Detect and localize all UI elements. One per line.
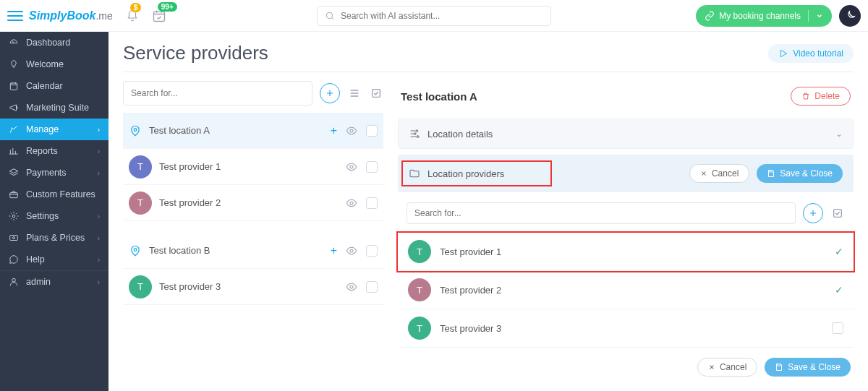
svg-point-15 bbox=[350, 249, 353, 252]
chevron-down-icon bbox=[816, 12, 823, 20]
provider-avatar: T bbox=[408, 317, 431, 340]
delete-label: Delete bbox=[814, 91, 840, 101]
logo-text: SimplyBook bbox=[29, 9, 95, 22]
visibility-toggle[interactable] bbox=[346, 245, 357, 257]
svg-rect-5 bbox=[10, 236, 18, 241]
sidebar-item-reports[interactable]: Reports› bbox=[0, 140, 109, 162]
menu-toggle[interactable] bbox=[7, 8, 23, 24]
visibility-toggle[interactable] bbox=[346, 125, 357, 137]
provider-avatar: T bbox=[408, 278, 431, 301]
provider-avatar: T bbox=[129, 275, 152, 298]
row-checkbox[interactable] bbox=[366, 125, 378, 137]
save-icon bbox=[767, 169, 775, 178]
sidebar-item-welcome[interactable]: Welcome bbox=[0, 53, 109, 75]
location-row[interactable]: Test location A+ bbox=[123, 113, 383, 149]
booking-channels-label: My booking channels bbox=[719, 11, 801, 21]
assign-provider-row[interactable]: TTest provider 1✓ bbox=[398, 233, 854, 271]
sidebar-item-manage[interactable]: Manage› bbox=[0, 119, 109, 140]
sidebar-item-label: Help bbox=[26, 254, 45, 265]
sidebar-item-payments[interactable]: Payments› bbox=[0, 162, 109, 184]
section-save-button[interactable]: Save & Close bbox=[757, 164, 843, 183]
sidebar-item-label: Marketing Suite bbox=[26, 103, 89, 113]
notifications-badge: $ bbox=[130, 3, 142, 12]
sidebar-item-calendar[interactable]: Calendar bbox=[0, 75, 109, 97]
row-checkbox[interactable] bbox=[366, 161, 378, 173]
section-cancel-button[interactable]: Cancel bbox=[689, 164, 749, 183]
assign-provider-row[interactable]: TTest provider 2✓ bbox=[398, 271, 854, 309]
row-checkbox[interactable] bbox=[366, 197, 378, 209]
sidebar-item-settings[interactable]: Settings› bbox=[0, 205, 109, 227]
provider-name: Test provider 1 bbox=[159, 161, 339, 172]
provider-row[interactable]: TTest provider 1 bbox=[123, 149, 383, 185]
link-icon bbox=[705, 11, 715, 21]
logo[interactable]: SimplyBook.me bbox=[29, 9, 113, 22]
sidebar-item-help[interactable]: Help› bbox=[0, 249, 109, 270]
location-details-section[interactable]: Location details ⌄ bbox=[398, 119, 854, 149]
save-label: Save & Close bbox=[788, 362, 841, 372]
close-icon bbox=[700, 170, 707, 177]
row-checkbox[interactable] bbox=[366, 245, 378, 257]
assign-provider-row[interactable]: TTest provider 3 bbox=[398, 309, 854, 348]
save-label: Save & Close bbox=[780, 168, 833, 179]
sidebar-item-label: Reports bbox=[26, 146, 58, 156]
location-pin-icon bbox=[129, 244, 142, 257]
svg-point-12 bbox=[350, 166, 353, 168]
calendar-icon bbox=[9, 81, 19, 91]
visibility-toggle[interactable] bbox=[346, 197, 357, 209]
footer-cancel-button[interactable]: Cancel bbox=[697, 358, 757, 377]
svg-point-7 bbox=[12, 278, 16, 282]
sidebar-item-label: Dashboard bbox=[26, 38, 70, 48]
marketing-icon bbox=[9, 103, 19, 113]
panel-search[interactable] bbox=[407, 202, 796, 224]
add-provider-button[interactable] bbox=[803, 203, 823, 223]
panel-search-input[interactable] bbox=[414, 208, 788, 218]
custom-icon bbox=[9, 189, 19, 199]
sidebar-item-label: admin bbox=[26, 277, 51, 287]
list-search-input[interactable] bbox=[131, 88, 305, 98]
provider-row[interactable]: TTest provider 3 bbox=[123, 269, 383, 305]
notifications-button[interactable]: $ bbox=[126, 9, 139, 22]
select-all-button[interactable] bbox=[369, 86, 383, 100]
bookings-button[interactable]: 99+ bbox=[152, 9, 166, 23]
panel-select-all-button[interactable] bbox=[830, 206, 845, 220]
sidebar-item-admin[interactable]: admin› bbox=[0, 270, 109, 293]
chevron-down-icon: ⌄ bbox=[835, 129, 843, 139]
delete-location-button[interactable]: Delete bbox=[791, 87, 851, 106]
provider-row[interactable]: TTest provider 2 bbox=[123, 185, 383, 221]
save-icon bbox=[775, 363, 783, 371]
search-icon bbox=[325, 11, 335, 21]
svg-point-14 bbox=[134, 248, 137, 251]
video-tutorial-button[interactable]: Video tutorial bbox=[768, 44, 854, 63]
add-location-button[interactable] bbox=[320, 83, 340, 103]
add-provider-icon[interactable]: + bbox=[331, 244, 337, 257]
unchecked-box[interactable] bbox=[832, 322, 843, 334]
checked-icon[interactable]: ✓ bbox=[835, 284, 843, 296]
eye-icon bbox=[346, 161, 357, 173]
sidebar-item-plans[interactable]: Plans & Prices› bbox=[0, 227, 109, 249]
sidebar-item-custom[interactable]: Custom Features bbox=[0, 184, 109, 205]
checked-icon[interactable]: ✓ bbox=[835, 246, 843, 257]
location-providers-label: Location providers bbox=[427, 168, 504, 179]
visibility-toggle[interactable] bbox=[346, 161, 357, 173]
sidebar-item-dashboard[interactable]: Dashboard bbox=[0, 32, 109, 53]
payments-icon bbox=[9, 168, 19, 178]
location-row[interactable]: Test location B+ bbox=[123, 233, 383, 269]
footer-save-button[interactable]: Save & Close bbox=[765, 358, 851, 377]
global-search-input[interactable] bbox=[341, 11, 543, 21]
list-search[interactable] bbox=[123, 81, 312, 106]
booking-channels-button[interactable]: My booking channels bbox=[696, 5, 832, 27]
video-tutorial-label: Video tutorial bbox=[793, 48, 843, 59]
global-search[interactable] bbox=[317, 6, 551, 26]
add-provider-icon[interactable]: + bbox=[331, 124, 337, 137]
sidebar-item-marketing[interactable]: Marketing Suite bbox=[0, 97, 109, 119]
row-checkbox[interactable] bbox=[366, 281, 378, 293]
location-providers-section[interactable]: Location providers Cancel Save & Close bbox=[398, 155, 854, 192]
svg-point-17 bbox=[416, 130, 418, 132]
bookings-badge: 99+ bbox=[158, 2, 177, 12]
svg-point-19 bbox=[417, 136, 419, 138]
eye-icon bbox=[346, 281, 357, 293]
list-menu-button[interactable] bbox=[347, 86, 362, 100]
theme-toggle[interactable] bbox=[839, 5, 861, 27]
visibility-toggle[interactable] bbox=[346, 281, 357, 293]
provider-avatar: T bbox=[129, 155, 152, 179]
